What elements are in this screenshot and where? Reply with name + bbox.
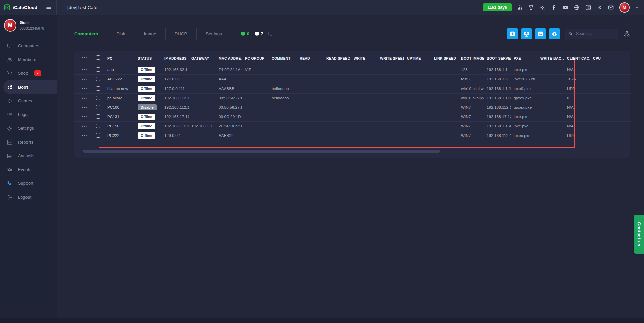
status-badge: Disable: [138, 104, 157, 110]
column-header-read_speed[interactable]: READ SPEED: [324, 51, 351, 65]
search-input[interactable]: [576, 31, 614, 36]
trophy-icon[interactable]: [528, 4, 534, 11]
column-header-write_back[interactable]: WRITE-BAC…: [538, 51, 564, 65]
column-header-write[interactable]: WRITE: [351, 51, 377, 65]
row-menu-button[interactable]: •••: [74, 112, 95, 121]
rss-icon[interactable]: [539, 4, 546, 11]
row-menu-button[interactable]: •••: [74, 74, 95, 84]
cell-link_speed: [431, 65, 458, 74]
row-select-cell: [95, 74, 105, 84]
column-header-uptime[interactable]: UPTIME: [404, 51, 431, 65]
row-menu-button[interactable]: •••: [74, 84, 95, 93]
row-menu-button[interactable]: •••: [74, 93, 95, 103]
column-header-ip_address[interactable]: IP ADDRESS: [162, 51, 189, 65]
brand-logo[interactable]: iCafeCloud: [3, 4, 37, 11]
tab-computers[interactable]: Computers: [74, 28, 107, 40]
cell-cpu: [590, 65, 631, 74]
row-menu-button[interactable]: •••: [74, 131, 95, 140]
row-menu-button[interactable]: •••: [74, 121, 95, 131]
table-row[interactable]: •••bilal pc newOffline127.0.0.111AAABBBh…: [74, 84, 631, 93]
offline-monitors-indicator[interactable]: [268, 31, 274, 37]
tab-settings[interactable]: Settings: [197, 28, 231, 40]
sidebar-item-events[interactable]: Events: [0, 163, 57, 176]
add-button[interactable]: [507, 28, 518, 39]
capture-button[interactable]: [535, 28, 546, 39]
column-header-read[interactable]: READ: [297, 51, 324, 65]
row-checkbox[interactable]: [96, 133, 100, 138]
brand2-icon[interactable]: [585, 4, 591, 11]
table-menu-header[interactable]: •••: [74, 51, 95, 65]
sidebar-item-analysis[interactable]: Analysis: [0, 149, 57, 163]
row-checkbox[interactable]: [96, 124, 100, 128]
sidebar-item-reports[interactable]: Reports: [0, 135, 57, 149]
column-header-pc_group[interactable]: PC GROUP: [242, 51, 269, 65]
row-checkbox[interactable]: [96, 105, 100, 109]
column-header-pc[interactable]: PC: [105, 51, 135, 65]
column-header-mac_address[interactable]: MAC ADDRE…: [216, 51, 242, 65]
license-days-badge[interactable]: 1161 days: [483, 3, 512, 11]
column-header-gateway[interactable]: GATEWAY: [189, 51, 216, 65]
row-menu-button[interactable]: •••: [74, 65, 95, 74]
table-row[interactable]: •••ABC222Offline127.0.0.1AAAtest3192.168…: [74, 74, 631, 84]
online-monitors-indicator[interactable]: 0: [240, 31, 249, 37]
sidebar-item-computers[interactable]: Computers: [0, 39, 57, 53]
row-checkbox[interactable]: [96, 77, 100, 81]
row-menu-button[interactable]: •••: [74, 103, 95, 112]
cell-mac_address: 00:0C:29:1D:7…: [216, 112, 242, 121]
column-header-boot_image[interactable]: BOOT IMAGE: [458, 51, 484, 65]
row-checkbox[interactable]: [96, 96, 100, 100]
hamburger-menu-icon[interactable]: [46, 4, 52, 10]
horizontal-scrollbar[interactable]: [83, 150, 440, 153]
column-header-status[interactable]: STATUS: [135, 51, 162, 65]
ranking-icon[interactable]: [517, 4, 523, 11]
chevron-down-icon[interactable]: [635, 5, 639, 10]
column-header-boot_server[interactable]: BOOT SERVER: [484, 51, 511, 65]
sidebar-item-label: Boot: [18, 85, 28, 90]
cell-write_speed: [377, 65, 404, 74]
layers-icon[interactable]: [596, 4, 603, 11]
sidebar-item-boot[interactable]: Boot: [3, 80, 57, 94]
mail-icon[interactable]: [608, 4, 614, 11]
tab-image[interactable]: Image: [135, 28, 166, 40]
column-header-client_cache[interactable]: CLIENT CAC…: [564, 51, 590, 65]
row-checkbox[interactable]: [96, 86, 100, 91]
sidebar-item-logout[interactable]: Logout: [0, 190, 57, 204]
cell-link_speed: [431, 93, 458, 103]
sidebar-item-games[interactable]: Games: [0, 94, 57, 108]
cloud-upload-button[interactable]: [549, 28, 560, 39]
add-computer-button[interactable]: [521, 28, 532, 39]
table-row[interactable]: •••pc bilal2Offline192.168.112.10400:50:…: [74, 93, 631, 103]
cell-pc_group: VIP: [242, 65, 269, 74]
table-row[interactable]: •••PC222Offline129.0.0.1AABB22WIN7192.16…: [74, 131, 631, 140]
column-header-comment[interactable]: COMMENT: [269, 51, 297, 65]
row-checkbox[interactable]: [96, 114, 100, 119]
youtube-icon[interactable]: [562, 4, 569, 11]
network-map-button[interactable]: [624, 31, 630, 37]
tab-dhcp[interactable]: DHCP: [166, 28, 197, 40]
sidebar-item-support[interactable]: Support: [0, 176, 57, 190]
sidebar-item-members[interactable]: Members: [0, 53, 57, 66]
tab-disk[interactable]: Disk: [107, 28, 135, 40]
sidebar-item-settings[interactable]: Settings: [0, 121, 57, 135]
column-header-cpu[interactable]: CPU: [590, 51, 631, 65]
cell-write: [351, 112, 377, 121]
facebook-icon[interactable]: [551, 4, 557, 11]
user-avatar[interactable]: M: [619, 2, 630, 13]
total-monitors-indicator[interactable]: 7: [254, 31, 263, 37]
contact-us-tab[interactable]: Contact us: [634, 215, 644, 254]
user-profile[interactable]: M Geri 008612345678: [0, 15, 57, 39]
table-row[interactable]: •••aaaOffline192.168.32.1F4:0F:24:1A:73:…: [74, 65, 631, 74]
cell-ip_address: 127.0.0.111: [162, 84, 189, 93]
sidebar-item-shop[interactable]: Shop2: [0, 66, 57, 80]
select-all-checkbox[interactable]: [96, 55, 100, 60]
globe-icon[interactable]: [574, 4, 580, 11]
column-header-write_speed[interactable]: WRITE SPEED: [377, 51, 404, 65]
row-checkbox[interactable]: [96, 67, 100, 72]
column-header-pxe[interactable]: PXE: [511, 51, 538, 65]
table-row[interactable]: •••PC131Offline192.168.17.13100:0C:29:1D…: [74, 112, 631, 121]
table-row[interactable]: •••PC100Disable192.168.112.10000:50:56:2…: [74, 103, 631, 112]
column-header-link_speed[interactable]: LINK SPEED: [431, 51, 458, 65]
contact-us-label: Contact us: [637, 222, 642, 246]
table-row[interactable]: •••PC150Offline192.168.1.150192.168.1.12…: [74, 121, 631, 131]
sidebar-item-logs[interactable]: Logs: [0, 108, 57, 121]
